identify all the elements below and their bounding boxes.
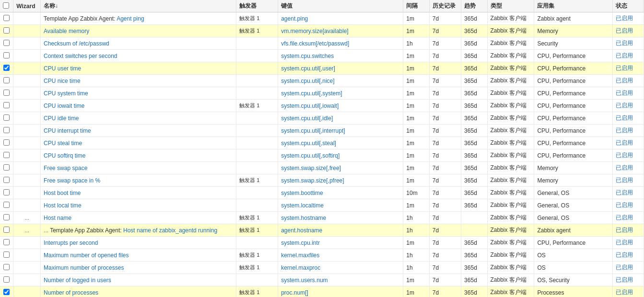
key-link[interactable]: system.cpu.util[,nice] <box>281 78 334 84</box>
key-link[interactable]: vm.memory.size[available] <box>281 28 348 34</box>
key-link[interactable]: system.swap.size[,pfree] <box>281 177 344 184</box>
status-link[interactable]: 已启用 <box>616 139 633 146</box>
key-link[interactable]: agent.hostname <box>281 227 322 234</box>
item-name-link[interactable]: Available memory <box>44 28 89 34</box>
row-checkbox-cell[interactable] <box>0 286 13 297</box>
row-checkbox-cell[interactable] <box>0 12 13 25</box>
row-checkbox-cell[interactable] <box>0 87 13 100</box>
row-checkbox[interactable] <box>3 65 10 71</box>
item-name-link[interactable]: CPU nice time <box>44 78 81 84</box>
item-name-link[interactable]: CPU steal time <box>44 140 82 147</box>
item-name-link[interactable]: CPU softirq time <box>44 152 85 159</box>
trigger-link[interactable]: 触发器 1 <box>239 215 259 220</box>
key-link[interactable]: system.cpu.util[,steal] <box>281 140 336 147</box>
status-link[interactable]: 已启用 <box>616 52 633 59</box>
row-checkbox-cell[interactable] <box>0 100 13 112</box>
trigger-link[interactable]: 触发器 1 <box>239 28 259 34</box>
row-checkbox-cell[interactable] <box>0 75 13 87</box>
key-link[interactable]: system.localtime <box>281 202 324 209</box>
row-checkbox[interactable] <box>3 102 10 108</box>
row-checkbox[interactable] <box>3 276 10 283</box>
trigger-link[interactable]: 触发器 1 <box>239 227 259 233</box>
item-name-link[interactable]: CPU interrupt time <box>44 127 91 134</box>
item-name-link[interactable]: Maximum number of processes <box>44 264 124 271</box>
row-checkbox[interactable] <box>3 52 10 58</box>
key-link[interactable]: system.cpu.util[,idle] <box>281 115 333 122</box>
key-link[interactable]: system.cpu.util[,system] <box>281 90 342 97</box>
status-link[interactable]: 已启用 <box>616 164 633 171</box>
status-link[interactable]: 已启用 <box>616 189 633 196</box>
row-checkbox[interactable] <box>3 189 10 195</box>
row-checkbox-cell[interactable] <box>0 174 13 187</box>
item-name-link[interactable]: Free swap space <box>44 165 87 171</box>
status-link[interactable]: 已启用 <box>616 127 633 134</box>
row-checkbox[interactable] <box>3 27 10 34</box>
item-name-link[interactable]: CPU system time <box>44 90 88 97</box>
item-name-link[interactable]: Interrupts per second <box>44 240 98 246</box>
row-checkbox-cell[interactable] <box>0 237 13 249</box>
row-checkbox-cell[interactable] <box>0 249 13 262</box>
status-link[interactable]: 已启用 <box>616 214 633 221</box>
status-link[interactable]: 已启用 <box>616 251 633 258</box>
row-checkbox[interactable] <box>3 289 10 295</box>
status-link[interactable]: 已启用 <box>616 177 633 183</box>
status-link[interactable]: 已启用 <box>616 15 633 22</box>
col-name[interactable]: 名称↓ <box>41 0 236 12</box>
item-name-link[interactable]: Number of processes <box>44 289 98 296</box>
row-checkbox[interactable] <box>3 264 10 270</box>
row-checkbox-cell[interactable] <box>0 212 13 224</box>
trigger-link[interactable]: 触发器 1 <box>239 252 259 258</box>
row-checkbox-cell[interactable] <box>0 187 13 199</box>
row-checkbox[interactable] <box>3 214 10 220</box>
item-name-link[interactable]: Host name <box>44 215 71 221</box>
row-checkbox-cell[interactable] <box>0 137 13 149</box>
row-checkbox[interactable] <box>3 202 10 208</box>
status-link[interactable]: 已启用 <box>616 152 633 159</box>
row-checkbox[interactable] <box>3 77 10 83</box>
key-link[interactable]: system.users.num <box>281 277 328 284</box>
item-name-link[interactable]: Template App Zabbix Agent: Agent ping <box>44 15 144 22</box>
status-link[interactable]: 已启用 <box>616 264 633 271</box>
item-name-link[interactable]: Maximum number of opened files <box>44 252 129 259</box>
row-checkbox-cell[interactable] <box>0 37 13 50</box>
trigger-link[interactable]: 触发器 1 <box>239 15 259 21</box>
status-link[interactable]: 已启用 <box>616 77 633 84</box>
row-checkbox[interactable] <box>3 40 10 46</box>
row-checkbox-cell[interactable] <box>0 149 13 162</box>
status-link[interactable]: 已启用 <box>616 276 633 283</box>
col-checkbox[interactable] <box>0 0 13 12</box>
key-link[interactable]: vfs.file.cksum[/etc/passwd] <box>281 40 349 47</box>
item-name-link[interactable]: Template App Zabbix Agent: Host name of … <box>50 227 217 234</box>
key-link[interactable]: kernel.maxfiles <box>281 252 319 259</box>
row-checkbox-cell[interactable] <box>0 50 13 62</box>
row-checkbox[interactable] <box>3 152 10 158</box>
row-checkbox-cell[interactable] <box>0 125 13 137</box>
trigger-link[interactable]: 触发器 1 <box>239 103 259 108</box>
row-checkbox[interactable] <box>3 15 10 21</box>
item-name-link[interactable]: Number of logged in users <box>44 277 111 284</box>
item-name-link[interactable]: CPU iowait time <box>44 103 84 109</box>
item-name-link[interactable]: Free swap space in % <box>44 177 100 184</box>
key-link[interactable]: system.cpu.util[,interrupt] <box>281 127 345 134</box>
status-link[interactable]: 已启用 <box>616 90 633 96</box>
row-checkbox-cell[interactable] <box>0 25 13 37</box>
trigger-link[interactable]: 触发器 1 <box>239 264 259 270</box>
key-link[interactable]: kernel.maxproc <box>281 264 320 271</box>
trigger-link[interactable]: 触发器 1 <box>239 289 259 295</box>
row-checkbox-cell[interactable] <box>0 162 13 174</box>
select-all-checkbox[interactable] <box>3 2 9 9</box>
key-link[interactable]: system.hostname <box>281 215 326 221</box>
key-link[interactable]: system.cpu.util[,softirq] <box>281 152 340 159</box>
row-checkbox-cell[interactable] <box>0 112 13 125</box>
row-checkbox[interactable] <box>3 177 10 183</box>
status-link[interactable]: 已启用 <box>616 40 633 46</box>
row-checkbox[interactable] <box>3 251 10 258</box>
status-link[interactable]: 已启用 <box>616 65 633 71</box>
row-checkbox[interactable] <box>3 114 10 121</box>
status-link[interactable]: 已启用 <box>616 114 633 121</box>
item-name-link[interactable]: Host boot time <box>44 190 81 196</box>
row-checkbox-cell[interactable] <box>0 262 13 274</box>
item-name-link[interactable]: Host local time <box>44 202 82 209</box>
status-link[interactable]: 已启用 <box>616 102 633 109</box>
row-checkbox-cell[interactable] <box>0 62 13 75</box>
